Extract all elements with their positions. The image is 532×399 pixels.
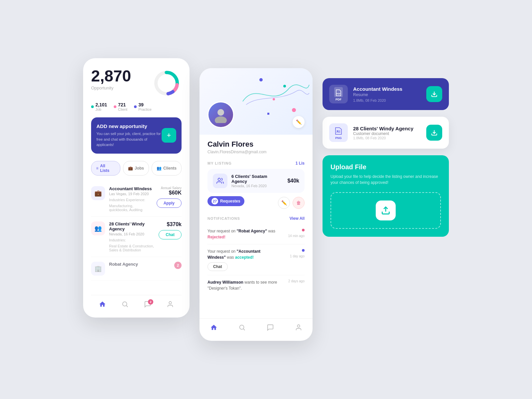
annual-label-1: Annual Salary (157, 186, 182, 190)
pdf-file-meta: 1.8Mb, 08 Feb 2020 (353, 98, 421, 102)
add-banner: ADD new apportunity You can sell your jo… (91, 117, 182, 154)
listing-right-3: 2 (174, 262, 182, 269)
notif-time-1: 14 min ago (281, 234, 305, 238)
file-type-label-png: PNG (335, 136, 342, 140)
upload-description: Upload your file to help decide the list… (331, 174, 441, 186)
pdf-file-icon: PDF (334, 87, 343, 97)
stat-lbl-practice: Practice (138, 107, 152, 111)
salary-1: $60K (157, 190, 182, 196)
stat-num-practice: 39 (138, 102, 152, 107)
svg-point-6 (169, 302, 171, 304)
chat-button-1[interactable]: Chat (159, 230, 182, 239)
listing-subtitle-2: Nevada, 16 Feb 2020 (109, 232, 155, 236)
request-label: Requestes (220, 199, 240, 203)
listing-industries-label-1: Industries Experience: (109, 198, 153, 202)
stat-dot-practice (134, 105, 137, 108)
png-file-name: 28 Clients' Windy Agency (353, 126, 421, 131)
nav-home[interactable] (99, 301, 106, 310)
listing-icon-2: 👥 (91, 221, 105, 235)
pdf-download-button[interactable] (426, 86, 442, 102)
listing-info-1: Accountant Windess Las Vegas, 19 Feb 202… (109, 186, 153, 212)
nav-chat[interactable]: 2 (144, 301, 151, 310)
edit-listing-button[interactable]: ✏️ (278, 197, 290, 209)
pdf-file-name: Accountant Windess (353, 86, 421, 92)
svg-point-12 (297, 325, 300, 327)
banner-title: ADD new apportunity (96, 123, 162, 129)
nav-profile[interactable] (167, 301, 174, 310)
nav-search[interactable] (121, 301, 129, 310)
nav-badge: 2 (174, 262, 182, 269)
tab-all-lists[interactable]: ≡ All Lists (91, 161, 120, 176)
svg-point-7 (217, 109, 224, 116)
chat-button-notification[interactable]: Chat (207, 262, 228, 271)
stat-dot-job (91, 105, 94, 108)
stats-row: 2,101 Job 721 Client 39 Practice (91, 102, 182, 111)
listing-info-3: Robat Agency (109, 262, 170, 267)
delete-listing-button[interactable]: 🗑 (293, 197, 305, 209)
svg-point-8 (215, 116, 227, 123)
listing-count-link[interactable]: 1 Lis (296, 161, 305, 166)
nav2-chat[interactable] (267, 324, 274, 333)
my-listing-header: MY LISTING 1 Lis (207, 161, 305, 166)
list-icon: ≡ (96, 166, 98, 171)
phone1-nav: 2 (91, 295, 182, 311)
download-icon-png (431, 129, 438, 136)
svg-line-5 (126, 306, 128, 307)
listing-icon-1: 💼 (91, 186, 105, 200)
notif-dot-2 (302, 249, 305, 252)
listing-item-1: 💼 Accountant Windess Las Vegas, 19 Feb 2… (91, 182, 182, 217)
apply-button[interactable]: Apply (157, 199, 182, 208)
stat-dot-client (114, 105, 116, 108)
add-banner-text: ADD new apportunity You can sell your jo… (96, 123, 162, 148)
right-column: PDF PDF Accountant Windess Resume 1.8Mb,… (323, 58, 449, 237)
stat-lbl-client: Client (118, 107, 127, 111)
briefcase-icon: 💼 (128, 166, 133, 171)
notif-meta-1: 14 min ago (278, 228, 305, 238)
deco-curve (239, 75, 313, 115)
listing-industries-2: Real Estate & Construction, Sales & Dist… (109, 244, 155, 252)
notifications-header: NOTIFICATIONS View All (207, 216, 305, 221)
stat-num-job: 2,101 (95, 102, 107, 107)
profile-body: Calvin Flores Clavin.FloresDinsma@gmail.… (200, 135, 313, 318)
svg-text:PDF: PDF (336, 93, 340, 95)
notif-time-2: 1 day ago (281, 254, 305, 258)
listing-item-2: 👥 28 Clients' Windy Agency Nevada, 16 Fe… (91, 217, 182, 257)
listing-card-icon (213, 174, 227, 188)
stat-num-client: 721 (118, 102, 127, 107)
phone2-nav (200, 318, 313, 334)
view-all-link[interactable]: View All (290, 216, 305, 221)
listing-right-2: $370k Chat (159, 221, 182, 239)
filter-tabs: ≡ All Lists 💼 Jobs 👥 Clients (91, 161, 182, 176)
upload-arrow-icon (381, 206, 390, 215)
pdf-file-info: Accountant Windess Resume 1.8Mb, 08 Feb … (353, 86, 421, 102)
tab-clients[interactable]: 👥 Clients (152, 161, 182, 176)
listing-icon-3: 🏢 (91, 262, 105, 276)
png-download-button[interactable] (426, 125, 442, 141)
phone1-card: 2,870 Opportunity 2,101 Job (83, 58, 190, 318)
notif-text-1: Your request on "Robat Agency" was Rejec… (207, 228, 278, 240)
profile-email: Clavin.FloresDinsma@gmail.com (207, 150, 305, 154)
file-card-png: PNG 28 Clients' Windy Agency Customer do… (323, 117, 449, 149)
png-file-meta: 1.8Mb, 08 Feb 2020 (353, 136, 421, 140)
listing-card-actions: ✏️ 🗑 (278, 197, 305, 209)
nav2-home[interactable] (210, 324, 217, 333)
png-file-info: 28 Clients' Windy Agency Customer docume… (353, 126, 421, 140)
add-opportunity-button[interactable]: + (162, 128, 176, 143)
tab-jobs[interactable]: 💼 Jobs (123, 161, 149, 176)
nav2-search[interactable] (238, 324, 246, 333)
notification-2: Your request on "Accountant Windess" was… (207, 244, 305, 275)
profile-listing-card: 6 Clients' Soatam Agency Nevada, 16 Feb … (207, 169, 305, 193)
svg-point-10 (239, 325, 244, 330)
listing-title-2: 28 Clients' Windy Agency (109, 221, 155, 231)
listing-title-1: Accountant Windess (109, 186, 153, 191)
notif-dot-1 (302, 229, 305, 231)
clients-icon: 👥 (157, 166, 162, 171)
nav2-profile[interactable] (295, 324, 302, 333)
chat-badge: 2 (148, 299, 153, 305)
upload-drop-zone[interactable] (331, 192, 441, 229)
notification-1: Your request on "Robat Agency" was Rejec… (207, 224, 305, 244)
phone2-card: ✏️ Calvin Flores Clavin.FloresDinsma@gma… (200, 68, 313, 341)
stat-practice: 39 Practice (134, 102, 152, 111)
profile-edit-button[interactable]: ✏️ (293, 116, 305, 128)
notif-time-3: 2 days ago (281, 279, 305, 283)
